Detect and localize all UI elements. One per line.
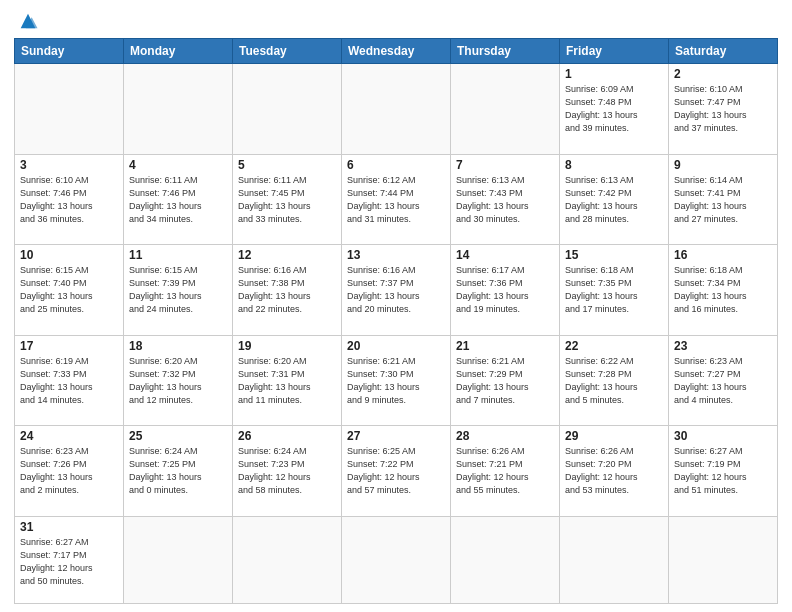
calendar-cell: 11Sunrise: 6:15 AM Sunset: 7:39 PM Dayli… <box>124 245 233 336</box>
calendar-header-row: SundayMondayTuesdayWednesdayThursdayFrid… <box>15 39 778 64</box>
day-number: 23 <box>674 339 772 353</box>
day-number: 3 <box>20 158 118 172</box>
day-number: 11 <box>129 248 227 262</box>
day-number: 15 <box>565 248 663 262</box>
day-number: 16 <box>674 248 772 262</box>
day-number: 8 <box>565 158 663 172</box>
day-number: 25 <box>129 429 227 443</box>
calendar-header-monday: Monday <box>124 39 233 64</box>
day-number: 30 <box>674 429 772 443</box>
calendar-header-friday: Friday <box>560 39 669 64</box>
day-info: Sunrise: 6:25 AM Sunset: 7:22 PM Dayligh… <box>347 445 445 497</box>
calendar-cell: 26Sunrise: 6:24 AM Sunset: 7:23 PM Dayli… <box>233 426 342 517</box>
calendar-cell: 27Sunrise: 6:25 AM Sunset: 7:22 PM Dayli… <box>342 426 451 517</box>
day-number: 20 <box>347 339 445 353</box>
calendar-cell <box>451 64 560 155</box>
calendar-cell: 6Sunrise: 6:12 AM Sunset: 7:44 PM Daylig… <box>342 154 451 245</box>
day-info: Sunrise: 6:15 AM Sunset: 7:39 PM Dayligh… <box>129 264 227 316</box>
calendar-cell: 5Sunrise: 6:11 AM Sunset: 7:45 PM Daylig… <box>233 154 342 245</box>
calendar-cell <box>669 516 778 603</box>
day-info: Sunrise: 6:23 AM Sunset: 7:26 PM Dayligh… <box>20 445 118 497</box>
day-info: Sunrise: 6:21 AM Sunset: 7:29 PM Dayligh… <box>456 355 554 407</box>
day-number: 24 <box>20 429 118 443</box>
calendar-cell <box>451 516 560 603</box>
day-number: 27 <box>347 429 445 443</box>
calendar-header-tuesday: Tuesday <box>233 39 342 64</box>
day-info: Sunrise: 6:27 AM Sunset: 7:19 PM Dayligh… <box>674 445 772 497</box>
day-info: Sunrise: 6:12 AM Sunset: 7:44 PM Dayligh… <box>347 174 445 226</box>
calendar-cell: 22Sunrise: 6:22 AM Sunset: 7:28 PM Dayli… <box>560 335 669 426</box>
calendar-cell: 18Sunrise: 6:20 AM Sunset: 7:32 PM Dayli… <box>124 335 233 426</box>
calendar-cell: 9Sunrise: 6:14 AM Sunset: 7:41 PM Daylig… <box>669 154 778 245</box>
day-info: Sunrise: 6:20 AM Sunset: 7:31 PM Dayligh… <box>238 355 336 407</box>
calendar-cell <box>342 64 451 155</box>
day-number: 13 <box>347 248 445 262</box>
calendar-cell: 16Sunrise: 6:18 AM Sunset: 7:34 PM Dayli… <box>669 245 778 336</box>
calendar-cell: 20Sunrise: 6:21 AM Sunset: 7:30 PM Dayli… <box>342 335 451 426</box>
day-number: 29 <box>565 429 663 443</box>
day-info: Sunrise: 6:27 AM Sunset: 7:17 PM Dayligh… <box>20 536 118 588</box>
calendar-cell: 8Sunrise: 6:13 AM Sunset: 7:42 PM Daylig… <box>560 154 669 245</box>
day-info: Sunrise: 6:10 AM Sunset: 7:46 PM Dayligh… <box>20 174 118 226</box>
day-info: Sunrise: 6:17 AM Sunset: 7:36 PM Dayligh… <box>456 264 554 316</box>
day-info: Sunrise: 6:23 AM Sunset: 7:27 PM Dayligh… <box>674 355 772 407</box>
day-number: 26 <box>238 429 336 443</box>
calendar-cell <box>233 64 342 155</box>
calendar-cell: 24Sunrise: 6:23 AM Sunset: 7:26 PM Dayli… <box>15 426 124 517</box>
day-number: 31 <box>20 520 118 534</box>
logo-icon <box>17 10 39 32</box>
day-info: Sunrise: 6:16 AM Sunset: 7:37 PM Dayligh… <box>347 264 445 316</box>
day-number: 2 <box>674 67 772 81</box>
day-info: Sunrise: 6:13 AM Sunset: 7:43 PM Dayligh… <box>456 174 554 226</box>
calendar-cell: 25Sunrise: 6:24 AM Sunset: 7:25 PM Dayli… <box>124 426 233 517</box>
day-number: 9 <box>674 158 772 172</box>
calendar-cell: 13Sunrise: 6:16 AM Sunset: 7:37 PM Dayli… <box>342 245 451 336</box>
day-info: Sunrise: 6:18 AM Sunset: 7:34 PM Dayligh… <box>674 264 772 316</box>
day-info: Sunrise: 6:09 AM Sunset: 7:48 PM Dayligh… <box>565 83 663 135</box>
day-info: Sunrise: 6:26 AM Sunset: 7:20 PM Dayligh… <box>565 445 663 497</box>
page: SundayMondayTuesdayWednesdayThursdayFrid… <box>0 0 792 612</box>
day-number: 22 <box>565 339 663 353</box>
day-number: 28 <box>456 429 554 443</box>
day-info: Sunrise: 6:14 AM Sunset: 7:41 PM Dayligh… <box>674 174 772 226</box>
day-number: 21 <box>456 339 554 353</box>
calendar-cell: 3Sunrise: 6:10 AM Sunset: 7:46 PM Daylig… <box>15 154 124 245</box>
day-number: 10 <box>20 248 118 262</box>
calendar-cell: 28Sunrise: 6:26 AM Sunset: 7:21 PM Dayli… <box>451 426 560 517</box>
calendar-cell: 23Sunrise: 6:23 AM Sunset: 7:27 PM Dayli… <box>669 335 778 426</box>
calendar-cell: 30Sunrise: 6:27 AM Sunset: 7:19 PM Dayli… <box>669 426 778 517</box>
calendar-cell: 31Sunrise: 6:27 AM Sunset: 7:17 PM Dayli… <box>15 516 124 603</box>
calendar-cell: 17Sunrise: 6:19 AM Sunset: 7:33 PM Dayli… <box>15 335 124 426</box>
calendar-cell <box>560 516 669 603</box>
day-number: 4 <box>129 158 227 172</box>
day-number: 12 <box>238 248 336 262</box>
calendar-cell <box>124 64 233 155</box>
calendar-cell: 2Sunrise: 6:10 AM Sunset: 7:47 PM Daylig… <box>669 64 778 155</box>
day-info: Sunrise: 6:10 AM Sunset: 7:47 PM Dayligh… <box>674 83 772 135</box>
day-info: Sunrise: 6:21 AM Sunset: 7:30 PM Dayligh… <box>347 355 445 407</box>
day-number: 19 <box>238 339 336 353</box>
header <box>14 10 778 32</box>
calendar-header-wednesday: Wednesday <box>342 39 451 64</box>
day-info: Sunrise: 6:13 AM Sunset: 7:42 PM Dayligh… <box>565 174 663 226</box>
day-number: 14 <box>456 248 554 262</box>
calendar-header-thursday: Thursday <box>451 39 560 64</box>
calendar-cell: 29Sunrise: 6:26 AM Sunset: 7:20 PM Dayli… <box>560 426 669 517</box>
calendar-cell: 21Sunrise: 6:21 AM Sunset: 7:29 PM Dayli… <box>451 335 560 426</box>
calendar-table: SundayMondayTuesdayWednesdayThursdayFrid… <box>14 38 778 604</box>
calendar-header-saturday: Saturday <box>669 39 778 64</box>
logo <box>14 10 39 32</box>
day-number: 6 <box>347 158 445 172</box>
calendar-cell: 4Sunrise: 6:11 AM Sunset: 7:46 PM Daylig… <box>124 154 233 245</box>
calendar-cell <box>233 516 342 603</box>
day-info: Sunrise: 6:22 AM Sunset: 7:28 PM Dayligh… <box>565 355 663 407</box>
day-number: 18 <box>129 339 227 353</box>
day-number: 17 <box>20 339 118 353</box>
day-info: Sunrise: 6:16 AM Sunset: 7:38 PM Dayligh… <box>238 264 336 316</box>
day-number: 1 <box>565 67 663 81</box>
calendar-cell <box>342 516 451 603</box>
day-info: Sunrise: 6:11 AM Sunset: 7:45 PM Dayligh… <box>238 174 336 226</box>
day-info: Sunrise: 6:19 AM Sunset: 7:33 PM Dayligh… <box>20 355 118 407</box>
day-info: Sunrise: 6:24 AM Sunset: 7:25 PM Dayligh… <box>129 445 227 497</box>
calendar-cell: 12Sunrise: 6:16 AM Sunset: 7:38 PM Dayli… <box>233 245 342 336</box>
